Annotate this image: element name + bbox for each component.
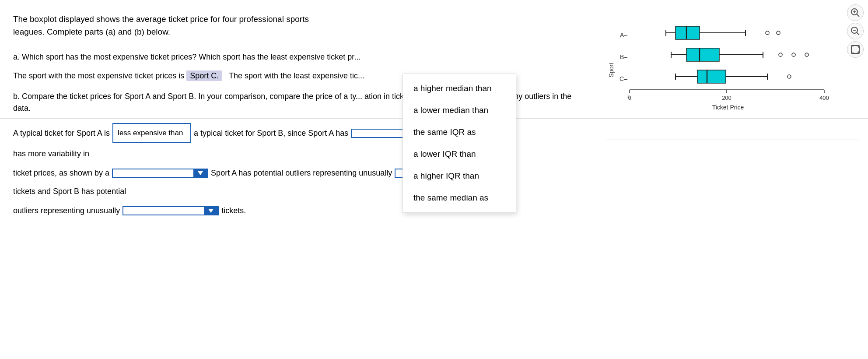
menu-item-same-median[interactable]: the same median as [403, 187, 516, 209]
sport-a-outlier-1 [766, 31, 769, 35]
sport-b-outlier-1 [779, 53, 782, 56]
line2-middle: Sport A has potential outliers represent… [211, 165, 392, 181]
dropdown3-arrow[interactable] [193, 169, 207, 177]
dropdown5-arrow[interactable] [204, 207, 218, 215]
x-axis-title: Ticket Price [712, 104, 744, 111]
question-a-text: a. Which sport has the most expensive ti… [13, 53, 354, 61]
boxplot-chart: Sport A– B– C– 0 200 400 Ticket Price [606, 13, 842, 127]
sport-c-outlier-1 [788, 75, 791, 78]
line3-before: outliers representing unusually [13, 203, 120, 218]
dropdown5-text [123, 207, 204, 215]
sport-c-box [697, 70, 726, 83]
menu-item-lower-iqr[interactable]: a lower IQR than [403, 143, 516, 165]
sport-b-box [686, 48, 719, 61]
sport-b-label: B– [620, 53, 627, 60]
sport-b-outlier-2 [792, 53, 795, 56]
right-panel: Sport A– B– C– 0 200 400 Ticket Price [597, 0, 868, 359]
sport-b-outlier-3 [805, 53, 808, 56]
x-label-400: 400 [819, 95, 829, 101]
dropdown3-text [113, 169, 193, 177]
sport-c-label: C– [620, 75, 627, 82]
dropdown5-wrapper[interactable] [122, 206, 219, 215]
line1-before: A typical ticket for Sport A is [13, 125, 110, 141]
sport-a-label: A– [620, 32, 627, 39]
menu-item-lower-median[interactable]: a lower median than [403, 99, 516, 121]
most-expensive-answer: Sport C. [186, 70, 222, 81]
line1-middle: a typical ticket for Sport B, since Spor… [194, 125, 348, 141]
x-label-200: 200 [722, 95, 732, 101]
answer-a-before: The sport with the most expensive ticket… [13, 71, 184, 80]
y-axis-label: Sport [608, 63, 615, 77]
answer-a-middle [224, 71, 227, 80]
dropdown3-arrow-icon [198, 171, 203, 175]
intro-text: The boxplot displayed shows the average … [13, 13, 311, 38]
line1-end: has more variability in [13, 146, 89, 162]
sport-a-box [676, 26, 700, 39]
main-container: The boxplot displayed shows the average … [0, 0, 868, 359]
menu-item-same-iqr[interactable]: the same IQR as [403, 121, 516, 143]
menu-item-higher-median[interactable]: a higher median than [403, 77, 516, 99]
chart-extra: o [627, 94, 630, 100]
line2-before: ticket prices, as shown by a [13, 165, 109, 181]
dropdown3-wrapper[interactable] [112, 169, 208, 178]
answer-a-suffix: The sport with the least expensive tic [229, 71, 358, 80]
menu-item-higher-iqr[interactable]: a higher IQR than [403, 165, 516, 187]
selected-value-box[interactable]: less expensive than [112, 123, 191, 143]
line3-after: tickets. [221, 203, 246, 218]
question-a: a. Which sport has the most expensive ti… [13, 51, 584, 63]
dropdown5-arrow-icon [208, 209, 214, 213]
question-b-text: b. Compare the ticket prices for Sport A… [13, 92, 356, 101]
vertical-divider [597, 0, 597, 359]
sport-a-outlier-2 [777, 31, 780, 35]
dropdown-menu: a higher median than a lower median than… [402, 74, 516, 213]
line2-after: tickets and Sport B has potential [13, 183, 126, 199]
chart-area: Sport A– B– C– 0 200 400 Ticket Price [606, 9, 859, 140]
